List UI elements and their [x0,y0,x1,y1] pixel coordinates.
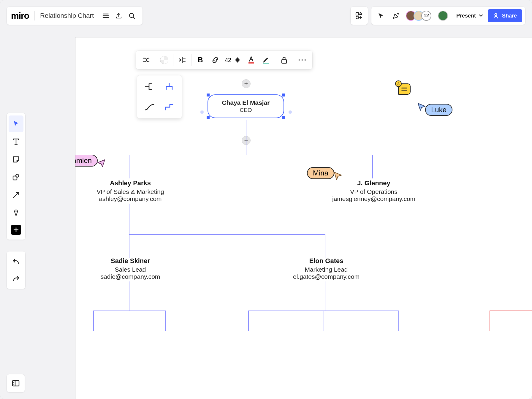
link-icon [211,56,219,64]
redo-button[interactable] [9,270,23,287]
cursor-pointer-icon [97,159,105,168]
cursor-label: Damien [75,155,98,167]
line-style-vertical-tree[interactable] [163,81,176,92]
font-size-value[interactable]: 42 [224,57,232,64]
search-button[interactable] [125,9,138,22]
export-icon [115,12,122,19]
line-style-elbow[interactable] [163,102,176,113]
elbow-icon [164,103,175,112]
font-size-up[interactable] [235,57,240,60]
connector [129,234,129,258]
connector [372,155,373,178]
comment-count-badge: 3 [395,80,402,87]
present-button[interactable]: Present [452,9,486,22]
tree-vertical-icon [164,82,175,91]
ctx-text-color-button[interactable] [245,53,258,66]
ctx-fill-button[interactable] [158,53,171,66]
svg-rect-13 [248,62,254,64]
undo-button[interactable] [9,253,23,270]
tool-pen[interactable] [9,205,23,221]
node-name: Chaya El Masjar [216,99,275,106]
svg-point-4 [495,14,497,16]
redo-icon [12,275,20,282]
selection-handle[interactable] [282,94,285,96]
connector [129,155,372,155]
tool-text[interactable] [9,133,23,150]
node-email: hr@comp [509,273,532,280]
present-label: Present [456,13,476,19]
cursor-label: Mina [307,167,334,179]
avatar-overflow[interactable]: 12 [421,11,431,21]
node-elon[interactable]: Elon Gates Marketing Lead el.gates@compa… [288,257,365,280]
connection-handle[interactable] [289,110,292,114]
text-color-icon [247,56,255,64]
node-sadie[interactable]: Sadie Skiner Sales Lead sadie@company.co… [93,257,167,280]
menu-button[interactable] [99,9,112,22]
ctx-more-button[interactable] [296,53,309,66]
frames-panel-button[interactable] [7,374,25,392]
divider [34,11,35,20]
ctx-switch-type-button[interactable] [140,53,153,66]
apps-button[interactable] [351,7,368,25]
node-email: el.gates@company.com [288,273,365,280]
node-ceo-selected[interactable]: Chaya El Masjar CEO [208,94,284,118]
line-style-curved[interactable] [143,102,156,113]
connector [129,234,325,235]
svg-point-3 [356,16,359,19]
node-mark[interactable]: Mark Head hr@comp [509,257,532,280]
collaborator-cursor-damien: Damien [75,153,105,168]
add-node-top[interactable]: + [242,79,251,88]
svg-marker-2 [360,12,362,15]
node-email: ashley@company.com [93,195,167,202]
connection-handle[interactable] [200,110,204,114]
line-style-horizontal-tree[interactable] [143,81,156,92]
connector [93,311,166,311]
font-size-down[interactable] [235,60,240,63]
tool-select[interactable] [9,115,23,132]
tool-arrow[interactable] [9,187,23,203]
selection-handle[interactable] [207,116,210,119]
svg-rect-14 [263,63,269,64]
reactions-button[interactable] [389,9,402,22]
connector [324,311,324,331]
pen-icon [12,209,20,217]
node-role: Sales Lead [93,266,167,273]
comment-thread[interactable]: 3 [398,83,411,95]
cursor-follow-button[interactable] [374,9,387,22]
party-icon [392,12,400,20]
node-name: J. Glenney [332,179,415,187]
tool-add[interactable] [11,225,21,235]
collaborator-avatars[interactable]: 12 [406,11,431,21]
sticky-note-icon [12,156,20,163]
cursor-pointer-icon [334,172,342,180]
share-button[interactable]: Share [488,9,522,22]
selection-handle[interactable] [207,94,210,96]
node-role: Marketing Lead [288,266,365,273]
node-role: CEO [216,107,275,113]
node-glenney[interactable]: J. Glenney VP of Operations jamesglenney… [332,179,415,202]
ctx-link-button[interactable] [209,53,222,66]
current-user-avatar[interactable] [438,11,448,21]
node-role: Head [509,266,532,273]
svg-rect-8 [12,381,19,386]
svg-point-17 [302,59,303,61]
miro-logo[interactable]: miro [11,11,34,21]
chevron-down-icon [479,14,483,18]
node-name: Elon Gates [288,257,365,265]
tool-sticky[interactable] [9,151,23,168]
font-size-stepper [235,57,240,63]
ctx-lock-button[interactable] [278,53,291,66]
tool-shape[interactable] [9,169,23,186]
ctx-highlight-button[interactable] [259,53,273,66]
ctx-bold-button[interactable]: B [194,53,207,66]
context-toolbar: B 42 [136,51,312,69]
unlock-icon [281,56,288,64]
collaborator-cursor-mina: Mina [307,166,342,180]
text-icon [12,138,20,145]
board-title[interactable]: Relationship Chart [36,12,99,20]
ctx-align-button[interactable] [176,53,189,66]
export-button[interactable] [112,9,125,22]
node-ashley[interactable]: Ashley Parks VP of Sales & Marketing ash… [93,179,167,202]
left-toolbar [7,113,25,240]
selection-handle[interactable] [282,116,285,119]
